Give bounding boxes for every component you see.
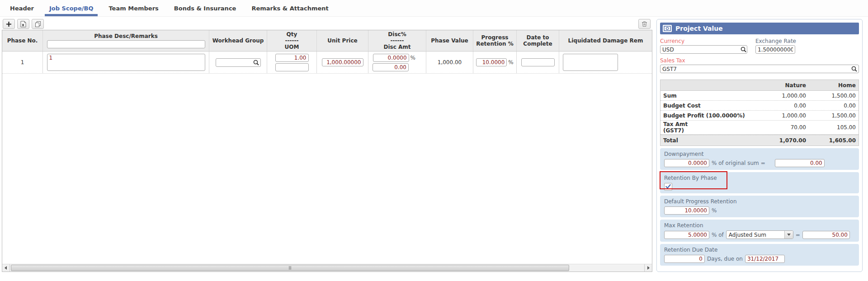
- col-header-phase-value: Phase Value: [426, 30, 473, 51]
- panel-title: Project Value: [675, 25, 723, 32]
- uom-input[interactable]: [275, 63, 309, 71]
- sales-tax-input[interactable]: [660, 65, 859, 73]
- col-header-phase-no: Phase No.: [2, 30, 43, 51]
- tab-team-members[interactable]: Team Members: [104, 0, 163, 16]
- cell-phase-value: 1,000.00: [426, 52, 473, 73]
- export-excel-icon: [20, 21, 26, 28]
- downpayment-box: Downpayment % of original sum =: [660, 148, 859, 170]
- currency-input[interactable]: [660, 45, 747, 54]
- downpayment-pct-input[interactable]: [664, 159, 709, 167]
- cell-progress-retention: %: [473, 52, 517, 73]
- phase-desc-filter-input[interactable]: [47, 40, 205, 48]
- scrollbar-thumb[interactable]: [11, 265, 569, 271]
- copy-icon: [35, 21, 41, 27]
- currency-label: Currency: [660, 38, 748, 44]
- cell-workhead-group: [209, 52, 267, 73]
- downpayment-suffix: % of original sum =: [712, 160, 765, 166]
- banknote-icon: [663, 25, 672, 32]
- qty-input[interactable]: [275, 54, 309, 62]
- retention-due-date-box: Retention Due Date Days, due on: [660, 244, 859, 266]
- table-row: 1 1 %: [2, 52, 652, 74]
- delete-row-button[interactable]: [638, 19, 651, 29]
- progress-retention-input[interactable]: [476, 58, 507, 66]
- cell-disc: %: [368, 52, 426, 73]
- col-header-disc: Disc%------Disc Amt: [368, 30, 426, 51]
- percent-suffix: %: [508, 59, 513, 66]
- col-header-workhead-group: Workhead Group: [209, 30, 267, 51]
- phase-grid: Phase No. Phase Desc/Remarks Workhead Gr…: [2, 30, 652, 272]
- max-retention-pct-input[interactable]: [664, 231, 709, 239]
- max-retention-amount-input[interactable]: [802, 231, 850, 239]
- grid-header-row: Phase No. Phase Desc/Remarks Workhead Gr…: [2, 30, 652, 52]
- retention-by-phase-label: Retention By Phase: [664, 175, 855, 181]
- project-value-panel: Project Value Currency Exchange Rate Sal…: [656, 19, 863, 272]
- default-progress-retention-label: Default Progress Retention: [664, 198, 855, 205]
- search-icon[interactable]: [253, 60, 259, 67]
- liquidated-damage-textarea[interactable]: [563, 54, 618, 71]
- retention-days-input[interactable]: [664, 255, 705, 263]
- date-to-complete-input[interactable]: [521, 58, 555, 66]
- cell-phase-desc: 1: [43, 52, 209, 73]
- cell-date-to-complete: [517, 52, 559, 73]
- tab-header[interactable]: Header: [5, 0, 38, 16]
- cell-qty-uom: [267, 52, 317, 73]
- plus-icon: [6, 21, 12, 27]
- summary-row-budget-cost: Budget Cost 0.00 0.00: [660, 101, 859, 111]
- exchange-rate-label: Exchange Rate: [755, 38, 796, 44]
- summary-row-tax-amt: Tax Amt(GST7) 70.00 105.00: [660, 121, 859, 135]
- cell-unit-price: [317, 52, 368, 73]
- summary-header-row: Nature Home: [660, 80, 859, 91]
- scrollbar-track[interactable]: [10, 264, 644, 272]
- retention-due-date-input[interactable]: [745, 255, 785, 263]
- horizontal-scrollbar[interactable]: [2, 264, 652, 272]
- summary-row-budget-profit: Budget Profit (100.0000%) 1,000.00 1,500…: [660, 111, 859, 121]
- disc-amt-input[interactable]: [373, 63, 409, 71]
- scroll-right-arrow[interactable]: [644, 264, 652, 272]
- col-header-date-to-complete: Date to Complete: [517, 30, 559, 51]
- search-icon[interactable]: [851, 66, 857, 73]
- copy-button[interactable]: [32, 19, 44, 29]
- exchange-rate-input[interactable]: [755, 45, 795, 54]
- value-summary-table: Nature Home Sum 1,000.00 1,500.00 Budget…: [660, 80, 859, 146]
- project-value-header: Project Value: [660, 23, 859, 34]
- add-row-button[interactable]: [3, 19, 15, 29]
- max-retention-basis-select[interactable]: Adjusted Sum: [726, 230, 793, 239]
- unit-price-input[interactable]: [322, 58, 363, 66]
- summary-row-total: Total 1,070.00 1,605.00: [660, 135, 859, 145]
- chevron-down-icon[interactable]: [784, 231, 793, 239]
- default-progress-retention-input[interactable]: [664, 206, 709, 215]
- retention-by-phase-checkbox[interactable]: [664, 183, 672, 191]
- home-column-header: Home: [806, 82, 856, 89]
- summary-row-sum: Sum 1,000.00 1,500.00: [660, 91, 859, 101]
- percent-suffix: %: [712, 207, 717, 214]
- trash-icon: [642, 21, 647, 27]
- col-header-unit-price: Unit Price: [317, 30, 368, 51]
- export-excel-button[interactable]: [17, 19, 29, 29]
- tab-job-scope-bq[interactable]: Job Scope/BQ: [45, 0, 98, 16]
- retention-due-date-label: Retention Due Date: [664, 247, 855, 253]
- tab-bar: Header Job Scope/BQ Team Members Bonds &…: [0, 0, 868, 17]
- col-header-qty-uom: Qty------UOM: [267, 30, 317, 51]
- max-retention-of-label: % of: [712, 232, 724, 238]
- downpayment-label: Downpayment: [664, 151, 855, 157]
- tab-remarks-attachment[interactable]: Remarks & Attachment: [247, 0, 333, 16]
- scroll-left-arrow[interactable]: [2, 264, 10, 272]
- downpayment-amount-input[interactable]: [775, 159, 825, 167]
- basis-selected-value: Adjusted Sum: [726, 231, 784, 239]
- max-retention-box: Max Retention % of Adjusted Sum =: [660, 220, 859, 242]
- days-due-on-label: Days, due on: [707, 256, 743, 262]
- search-icon[interactable]: [741, 47, 746, 54]
- disc-pct-input[interactable]: [373, 54, 409, 62]
- phase-desc-textarea[interactable]: 1: [47, 54, 205, 71]
- col-header-progress-retention: Progress Retention %: [473, 30, 517, 51]
- col-header-phase-desc: Phase Desc/Remarks: [43, 30, 209, 51]
- grid-toolbar: [2, 19, 652, 29]
- cell-phase-no: 1: [2, 52, 43, 73]
- retention-by-phase-box: Retention By Phase: [660, 172, 859, 193]
- tab-bonds-insurance[interactable]: Bonds & Insurance: [170, 0, 241, 16]
- col-header-liquidated-damage: Liquidated Damage Rem: [559, 30, 652, 51]
- equals-sign: =: [796, 232, 800, 238]
- percent-suffix: %: [410, 55, 415, 61]
- scrollbar-grip-icon: [289, 266, 291, 270]
- cell-liquidated-damage: [559, 52, 652, 73]
